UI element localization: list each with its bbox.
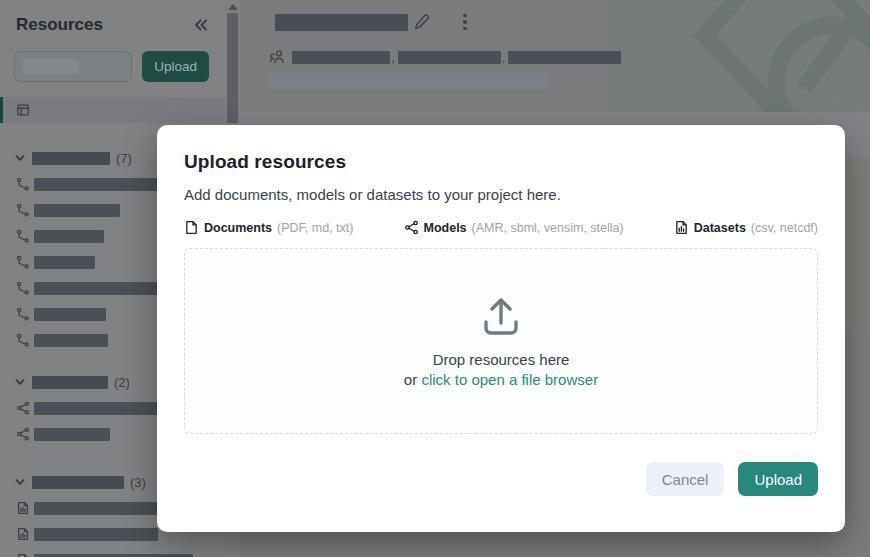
- redacted-label-bar: [32, 376, 108, 389]
- scrollbar-thumb[interactable]: [227, 13, 238, 123]
- redacted-label-bar: [34, 256, 95, 269]
- project-title-redacted: [275, 14, 408, 31]
- file-dropzone[interactable]: Drop resources here or click to open a f…: [184, 248, 818, 434]
- kebab-menu-icon[interactable]: [455, 12, 475, 32]
- dropzone-text-2: or click to open a file browser: [404, 371, 598, 388]
- workflow-icon: [16, 255, 30, 269]
- workflow-icon: [16, 333, 30, 347]
- workflow-icon: [16, 177, 30, 191]
- sidebar-upload-button[interactable]: Upload: [142, 51, 209, 82]
- redacted-member-bar: [508, 51, 621, 64]
- edit-pencil-icon[interactable]: [412, 12, 432, 32]
- redacted-member-bar: [398, 51, 501, 64]
- category-formats: (csv, netcdf): [751, 221, 818, 235]
- table-icon: [16, 103, 30, 117]
- separator: ,: [502, 50, 506, 65]
- sidebar-search-row: Upload: [0, 51, 225, 82]
- search-input[interactable]: [14, 51, 132, 82]
- app-logo-watermark: [608, 0, 870, 112]
- redacted-label-bar: [34, 334, 108, 347]
- redacted-label-bar: [32, 152, 110, 165]
- member-name-bars: ,,: [292, 50, 621, 65]
- chevron-double-left-icon[interactable]: [193, 17, 209, 33]
- workflow-icon: [16, 203, 30, 217]
- redacted-label-bar: [34, 204, 120, 217]
- datasets-icon: [674, 220, 689, 235]
- chevron-down-icon: [14, 376, 26, 388]
- share-icon: [16, 427, 30, 441]
- upload-button[interactable]: Upload: [738, 462, 818, 496]
- redacted-label-bar: [34, 178, 158, 191]
- redacted-label-bar: [34, 402, 158, 415]
- section-count: (2): [114, 375, 130, 390]
- workflow-icon: [16, 281, 30, 295]
- list-item[interactable]: [0, 547, 225, 557]
- category-label: Models: [424, 221, 467, 235]
- modal-subtitle: Add documents, models or datasets to you…: [184, 186, 818, 203]
- dataset-icon: [16, 501, 30, 515]
- workflow-icon: [16, 307, 30, 321]
- scrollbar-up-arrow[interactable]: [228, 4, 238, 10]
- redacted-label-bar: [34, 282, 158, 295]
- upload-resources-modal: Upload resources Add documents, models o…: [157, 125, 845, 532]
- category-label: Datasets: [694, 221, 746, 235]
- redacted-label-bar: [34, 554, 193, 557]
- redacted-label-bar: [34, 528, 158, 541]
- redacted-label-bar: [34, 428, 110, 441]
- document-icon: [184, 220, 199, 235]
- category-formats: (PDF, md, txt): [277, 221, 353, 235]
- chevron-down-icon: [14, 476, 26, 488]
- modal-title: Upload resources: [184, 151, 818, 173]
- resource-category-datasets: Datasets(csv, netcdf): [674, 220, 818, 235]
- redacted-label-bar: [34, 308, 106, 321]
- section-count: (3): [130, 475, 146, 490]
- redacted-label-bar: [32, 476, 124, 489]
- file-browser-link[interactable]: click to open a file browser: [421, 371, 598, 388]
- redacted-member-bar: [292, 51, 390, 64]
- resource-categories-row: Documents(PDF, md, txt)Models(AMR, sbml,…: [184, 220, 818, 235]
- redacted-label-bar: [34, 502, 158, 515]
- redacted-label-bar: [34, 230, 104, 243]
- upload-arrow-icon: [478, 295, 524, 341]
- project-members-row: ,,: [268, 48, 621, 66]
- dataset-icon: [16, 553, 30, 557]
- search-placeholder-redacted: [23, 59, 79, 74]
- workflow-icon: [16, 229, 30, 243]
- app-window: Resources Upload (7)(2)(3): [0, 0, 870, 557]
- models-icon: [404, 220, 419, 235]
- section-count: (7): [116, 151, 132, 166]
- resource-category-documents: Documents(PDF, md, txt): [184, 220, 353, 235]
- dropzone-or-text: or: [404, 371, 422, 388]
- modal-footer: Cancel Upload: [184, 462, 818, 496]
- chevron-down-icon: [14, 152, 26, 164]
- resource-category-models: Models(AMR, sbml, vensim, stella): [404, 220, 624, 235]
- dropzone-text: Drop resources here: [433, 351, 570, 368]
- dataset-icon: [16, 527, 30, 541]
- sidebar-header: Resources: [0, 0, 225, 35]
- category-label: Documents: [204, 221, 272, 235]
- share-icon: [16, 401, 30, 415]
- separator: ,: [391, 50, 395, 65]
- project-description-redacted: [270, 74, 546, 89]
- sidebar-title: Resources: [16, 15, 103, 35]
- category-formats: (AMR, sbml, vensim, stella): [472, 221, 624, 235]
- people-icon: [268, 48, 286, 66]
- cancel-button[interactable]: Cancel: [646, 462, 725, 496]
- sidebar-item-overview[interactable]: [0, 97, 225, 123]
